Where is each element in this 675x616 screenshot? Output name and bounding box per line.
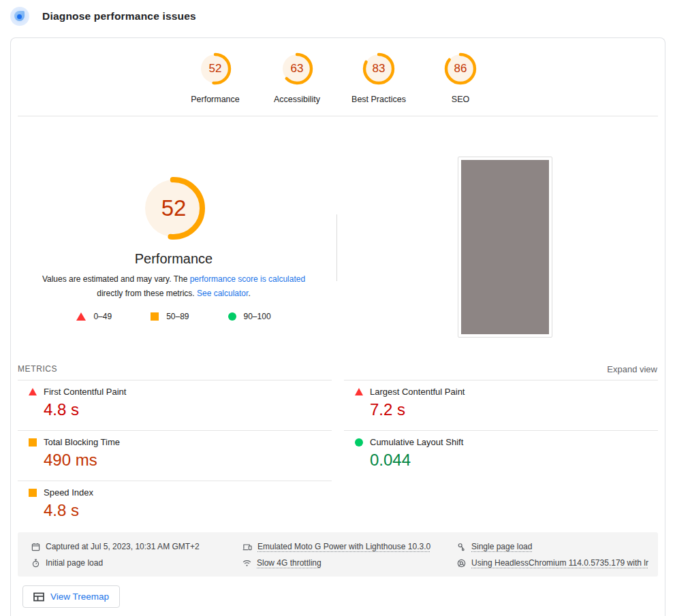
see-calculator-link[interactable]: See calculator xyxy=(197,289,248,298)
score-calculation-link[interactable]: performance score is calculated xyxy=(190,274,305,284)
score-legend: 0–49 50–89 90–100 xyxy=(11,312,336,321)
metric-name: Largest Contentful Paint xyxy=(370,387,465,397)
final-screenshot-thumbnail xyxy=(461,160,549,334)
category-scores-row: 52 Performance 63 Accessibility 83 Best … xyxy=(11,38,665,116)
metric-name: Total Blocking Time xyxy=(44,437,120,447)
navigation-mode-text: Single page load xyxy=(471,542,532,551)
category-accessibility[interactable]: 63 Accessibility xyxy=(266,52,328,116)
performance-insights-icon xyxy=(10,7,29,26)
metric-value: 4.8 s xyxy=(44,400,332,419)
summary-vertical-divider xyxy=(336,214,337,281)
fail-triangle-icon xyxy=(76,312,86,321)
metric-value: 7.2 s xyxy=(370,400,658,419)
browser-info-text: Using HeadlessChromium 114.0.5735.179 wi… xyxy=(471,558,648,568)
wifi-icon xyxy=(242,559,251,568)
view-treemap-label: View Treemap xyxy=(50,591,109,602)
performance-label: Performance xyxy=(185,95,246,104)
metrics-column-left: First Contentful Paint 4.8 s Total Block… xyxy=(18,380,332,531)
average-square-icon xyxy=(29,489,37,497)
legend-pass-range: 90–100 xyxy=(244,312,271,321)
treemap-icon xyxy=(33,592,44,602)
lighthouse-report-card: 52 Performance 63 Accessibility 83 Best … xyxy=(10,37,665,616)
average-square-icon xyxy=(29,438,37,447)
view-treemap-button[interactable]: View Treemap xyxy=(22,585,120,608)
legend-fail: 0–49 xyxy=(76,312,112,321)
fail-triangle-icon xyxy=(355,388,363,395)
best-practices-score: 83 xyxy=(362,52,395,85)
accessibility-score: 63 xyxy=(281,52,313,85)
page-header: Diagnose performance issues xyxy=(10,7,196,26)
accessibility-label: Accessibility xyxy=(266,95,328,104)
metric-speed-index: Speed Index 4.8 s xyxy=(18,481,332,531)
legend-average: 50–89 xyxy=(151,312,189,321)
performance-big-gauge: 52 xyxy=(141,176,206,241)
metric-largest-contentful-paint: Largest Contentful Paint 7.2 s xyxy=(344,380,658,430)
performance-big-score: 52 xyxy=(141,176,206,241)
page-load-type: Initial page load xyxy=(31,555,242,571)
runtime-column-1: Captured at Jul 5, 2023, 10:31 AM GMT+2 … xyxy=(31,538,242,571)
metrics-header: METRICS Expand view xyxy=(11,358,665,380)
stopwatch-icon xyxy=(31,559,40,568)
disclaimer-text-3: . xyxy=(248,289,250,298)
performance-gauge: 52 xyxy=(199,52,232,85)
best-practices-gauge: 83 xyxy=(362,52,395,85)
category-seo[interactable]: 86 SEO xyxy=(430,52,491,116)
metrics-grid: First Contentful Paint 4.8 s Total Block… xyxy=(11,380,665,531)
legend-pass: 90–100 xyxy=(228,312,271,321)
runtime-column-3: Single page load Using HeadlessChromium … xyxy=(457,538,658,571)
emulated-device: Emulated Moto G Power with Lighthouse 10… xyxy=(242,538,457,555)
metric-cumulative-layout-shift: Cumulative Layout Shift 0.044 xyxy=(344,430,658,481)
category-best-practices[interactable]: 83 Best Practices xyxy=(348,52,409,116)
metrics-column-right: Largest Contentful Paint 7.2 s Cumulativ… xyxy=(344,380,658,531)
metric-first-contentful-paint: First Contentful Paint 4.8 s xyxy=(18,380,332,430)
legend-fail-range: 0–49 xyxy=(93,312,112,321)
seo-gauge: 86 xyxy=(444,52,477,85)
pass-circle-icon xyxy=(228,312,236,321)
accessibility-gauge: 63 xyxy=(281,52,313,85)
performance-score: 52 xyxy=(199,52,232,85)
screenshot-column xyxy=(458,157,552,338)
single-page-load-icon xyxy=(457,542,466,551)
browser-info: Using HeadlessChromium 114.0.5735.179 wi… xyxy=(457,555,658,571)
calendar-icon xyxy=(31,542,40,551)
runtime-settings-bar: Captured at Jul 5, 2023, 10:31 AM GMT+2 … xyxy=(18,532,658,577)
page-load-text: Initial page load xyxy=(46,558,103,568)
metric-name: Speed Index xyxy=(44,487,93,498)
performance-big-label: Performance xyxy=(11,251,336,267)
disclaimer-text-1: Values are estimated and may vary. The xyxy=(42,274,190,284)
devices-icon xyxy=(242,542,252,551)
page-title: Diagnose performance issues xyxy=(42,10,196,22)
average-square-icon xyxy=(151,312,159,321)
legend-average-range: 50–89 xyxy=(166,312,189,321)
expand-view-toggle[interactable]: Expand view xyxy=(607,364,657,374)
throttling-text: Slow 4G throttling xyxy=(257,558,321,568)
pass-circle-icon xyxy=(355,438,363,447)
metric-value: 490 ms xyxy=(44,451,332,470)
category-performance[interactable]: 52 Performance xyxy=(185,52,246,116)
metric-total-blocking-time: Total Blocking Time 490 ms xyxy=(18,430,332,481)
chromium-icon xyxy=(457,559,466,568)
metrics-heading: METRICS xyxy=(18,364,57,374)
best-practices-label: Best Practices xyxy=(348,95,409,104)
metric-name: First Contentful Paint xyxy=(44,387,126,397)
score-disclaimer: Values are estimated and may vary. The p… xyxy=(36,272,311,301)
fail-triangle-icon xyxy=(29,388,37,395)
seo-score: 86 xyxy=(444,52,477,85)
performance-summary: 52 Performance Values are estimated and … xyxy=(11,116,665,358)
metric-value: 0.044 xyxy=(370,451,658,470)
capture-time-text: Captured at Jul 5, 2023, 10:31 AM GMT+2 xyxy=(46,542,200,551)
disclaimer-text-2: directly from these metrics. xyxy=(97,289,197,298)
metric-value: 4.8 s xyxy=(44,501,332,520)
runtime-column-2: Emulated Moto G Power with Lighthouse 10… xyxy=(242,538,457,571)
emulated-device-text: Emulated Moto G Power with Lighthouse 10… xyxy=(257,542,430,551)
performance-summary-left: 52 Performance Values are estimated and … xyxy=(11,116,336,321)
final-screenshot-frame xyxy=(458,157,552,338)
seo-label: SEO xyxy=(430,95,491,104)
navigation-mode: Single page load xyxy=(457,538,658,555)
capture-time: Captured at Jul 5, 2023, 10:31 AM GMT+2 xyxy=(31,538,242,555)
throttling-setting: Slow 4G throttling xyxy=(242,555,457,571)
metric-name: Cumulative Layout Shift xyxy=(370,437,463,447)
